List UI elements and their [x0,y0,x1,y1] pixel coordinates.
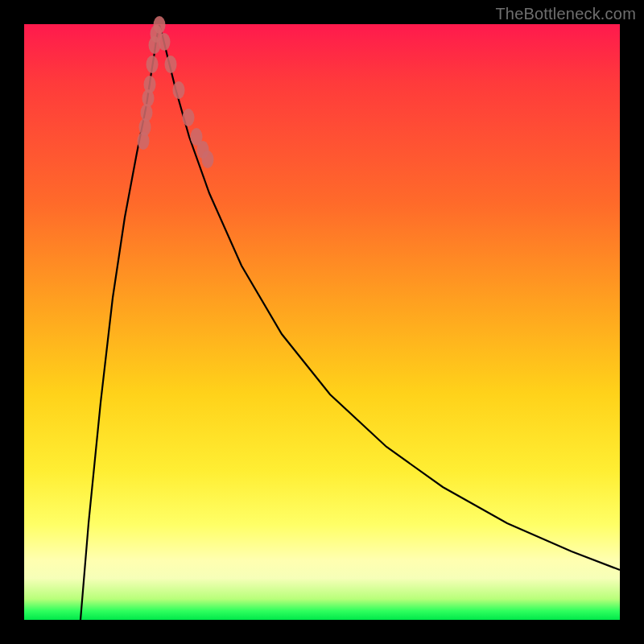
watermark-text: TheBottleneck.com [495,5,636,23]
curves-svg [24,24,620,620]
marker-dot [165,56,177,73]
marker-dot [144,76,156,93]
right-curve-path [159,25,620,570]
marker-dot [159,33,171,51]
marker-dot [173,81,185,99]
series-right-curve [159,25,620,570]
right-dots-group [154,16,214,168]
chart-frame: TheBottleneck.com [0,0,644,644]
marker-dot [183,109,195,126]
marker-dot [154,16,166,34]
marker-dot [202,151,214,168]
plot-area [24,24,620,620]
marker-dot [147,56,159,73]
